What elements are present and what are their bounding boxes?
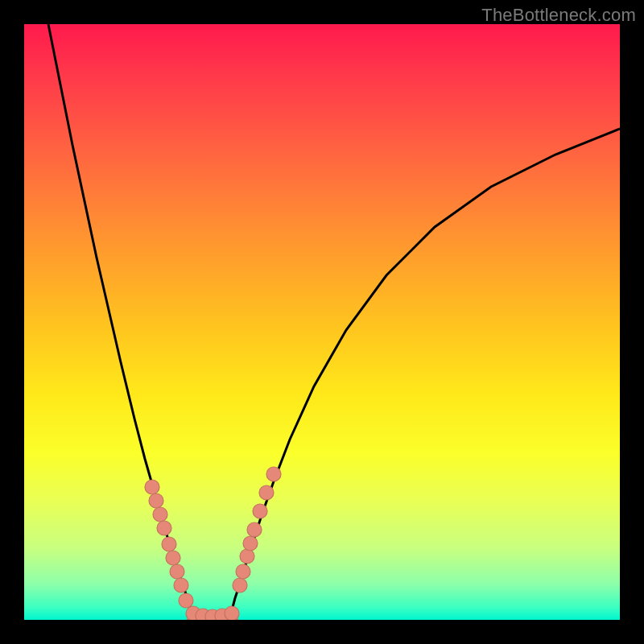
dots-right-group bbox=[233, 467, 281, 592]
watermark: TheBottleneck.com bbox=[481, 5, 636, 26]
data-point bbox=[157, 521, 171, 535]
data-point bbox=[170, 564, 184, 579]
data-point bbox=[233, 578, 247, 592]
data-point bbox=[236, 564, 250, 579]
data-point bbox=[247, 522, 262, 537]
data-point bbox=[266, 467, 281, 481]
data-point bbox=[153, 507, 167, 522]
data-point bbox=[243, 536, 258, 551]
bottleneck-chart bbox=[24, 24, 620, 620]
data-point bbox=[145, 480, 159, 494]
data-point bbox=[149, 493, 163, 508]
dots-left-group bbox=[145, 480, 193, 608]
data-point bbox=[162, 537, 176, 551]
data-point bbox=[259, 485, 274, 500]
curve-right bbox=[232, 129, 620, 620]
data-point bbox=[179, 593, 193, 608]
data-point bbox=[225, 606, 239, 620]
data-point bbox=[253, 504, 267, 518]
chart-area bbox=[24, 24, 620, 620]
data-point bbox=[166, 551, 180, 565]
data-point bbox=[240, 549, 254, 564]
data-point bbox=[174, 578, 188, 592]
